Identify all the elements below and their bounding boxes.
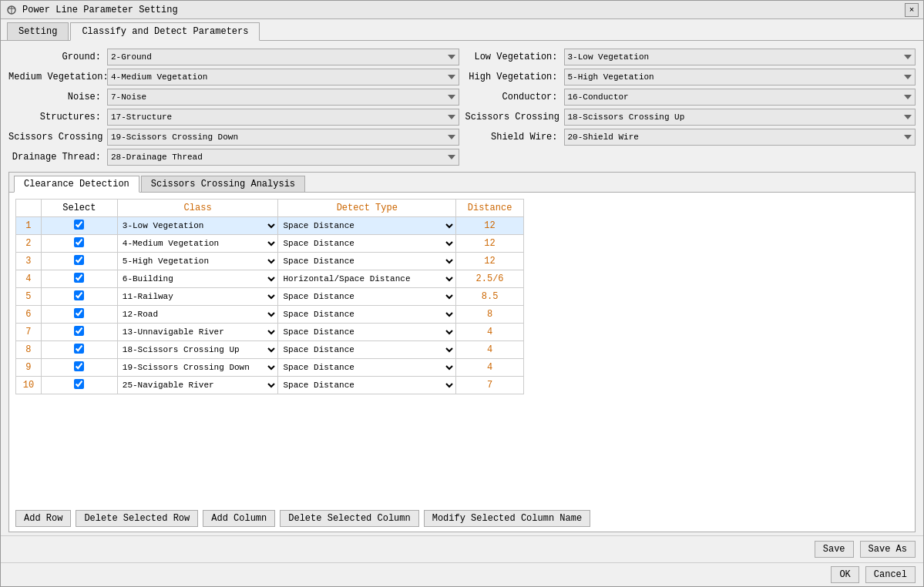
row-detect-cell[interactable]: Space Distance (278, 359, 456, 377)
row-class-cell[interactable]: 3-Low Vegetation (117, 217, 278, 235)
tab-classify[interactable]: Classify and Detect Parameters (70, 22, 260, 41)
tab-clearance[interactable]: Clearance Detection (14, 176, 139, 193)
save-button[interactable]: Save (815, 541, 854, 558)
row-class-select[interactable]: 5-High Vegetation (118, 253, 278, 270)
row-class-select[interactable]: 19-Scissors Crossing Down (118, 359, 278, 376)
row-detect-select[interactable]: Space Distance (278, 324, 455, 340)
row-checkbox[interactable] (74, 273, 84, 283)
row-num: 10 (16, 377, 42, 394)
select-drainage[interactable]: 28-Drainage Thread (107, 149, 459, 166)
params-grid: Ground: 2-Ground Low Vegetation: 3-Low V… (8, 49, 916, 166)
delete-col-button[interactable]: Delete Selected Column (280, 510, 418, 527)
row-checkbox[interactable] (74, 326, 84, 336)
row-class-cell[interactable]: 12-Road (117, 306, 278, 324)
row-class-cell[interactable]: 11-Railway (117, 288, 278, 306)
row-class-cell[interactable]: 25-Navigable River (117, 377, 278, 394)
select-scissors-down[interactable]: 19-Scissors Crossing Down (107, 129, 459, 146)
row-class-select[interactable]: 18-Scissors Crossing Up (118, 341, 278, 358)
close-button[interactable]: × (905, 3, 919, 17)
row-class-cell[interactable]: 13-Unnavigable River (117, 324, 278, 341)
row-class-cell[interactable]: 6-Building (117, 270, 278, 288)
row-checkbox[interactable] (74, 308, 84, 318)
row-detect-select[interactable]: Space Distance (278, 359, 455, 376)
row-class-cell[interactable]: 5-High Vegetation (117, 253, 278, 270)
add-col-button[interactable]: Add Column (203, 510, 275, 527)
row-class-select[interactable]: 6-Building (118, 270, 278, 287)
modify-col-button[interactable]: Modify Selected Column Name (424, 510, 590, 527)
row-class-select[interactable]: 11-Railway (118, 288, 278, 305)
row-class-select[interactable]: 4-Medium Vegetation (118, 235, 278, 252)
row-checkbox-cell[interactable] (41, 359, 117, 377)
row-distance-cell: 4 (456, 341, 524, 359)
row-checkbox-cell[interactable] (41, 253, 117, 270)
select-scissors-up[interactable]: 18-Scissors Crossing Up (564, 109, 916, 126)
row-detect-cell[interactable]: Space Distance (278, 341, 456, 359)
row-detect-select[interactable]: Space Distance (278, 288, 455, 305)
row-detect-cell[interactable]: Space Distance (278, 235, 456, 253)
label-noise: Noise: (8, 92, 101, 102)
row-checkbox-cell[interactable] (41, 306, 117, 324)
row-detect-select[interactable]: Space Distance (278, 235, 455, 252)
cancel-button[interactable]: Cancel (865, 566, 916, 583)
row-checkbox[interactable] (74, 361, 84, 371)
row-distance-cell: 4 (456, 324, 524, 341)
row-class-select[interactable]: 25-Navigable River (118, 377, 278, 394)
app-icon (5, 4, 18, 16)
row-detect-cell[interactable]: Horizontal/Space Distance (278, 270, 456, 288)
select-low-veg[interactable]: 3-Low Vegetation (564, 49, 916, 65)
row-detect-select[interactable]: Space Distance (278, 306, 455, 323)
row-class-cell[interactable]: 19-Scissors Crossing Down (117, 359, 278, 377)
row-checkbox[interactable] (74, 237, 84, 247)
label-high-veg: High Vegetation: (465, 72, 558, 82)
row-distance-cell: 12 (456, 235, 524, 253)
row-checkbox-cell[interactable] (41, 324, 117, 341)
row-class-cell[interactable]: 18-Scissors Crossing Up (117, 341, 278, 359)
row-checkbox-cell[interactable] (41, 270, 117, 288)
add-row-button[interactable]: Add Row (15, 510, 71, 527)
row-checkbox[interactable] (74, 290, 84, 300)
select-structures[interactable]: 17-Structure (107, 109, 459, 126)
row-class-select[interactable]: 13-Unnavigable River (118, 324, 278, 340)
row-checkbox-cell[interactable] (41, 288, 117, 306)
row-detect-select[interactable]: Space Distance (278, 341, 455, 358)
tab-setting[interactable]: Setting (7, 22, 69, 40)
row-detect-cell[interactable]: Space Distance (278, 377, 456, 394)
row-detect-cell[interactable]: Space Distance (278, 217, 456, 235)
select-noise[interactable]: 7-Noise (107, 89, 459, 106)
delete-row-button[interactable]: Delete Selected Row (76, 510, 198, 527)
row-detect-cell[interactable]: Space Distance (278, 324, 456, 341)
row-checkbox-cell[interactable] (41, 235, 117, 253)
row-checkbox-cell[interactable] (41, 217, 117, 235)
row-distance-cell: 8 (456, 306, 524, 324)
select-med-veg[interactable]: 4-Medium Vegetation (107, 69, 459, 86)
row-num: 2 (16, 235, 42, 253)
row-detect-select[interactable]: Horizontal/Space Distance (278, 270, 455, 287)
row-class-cell[interactable]: 4-Medium Vegetation (117, 235, 278, 253)
row-detect-select[interactable]: Space Distance (278, 253, 455, 270)
select-high-veg[interactable]: 5-High Vegetation (564, 69, 916, 86)
button-row: Add Row Delete Selected Row Add Column D… (9, 505, 915, 532)
select-shield-wire[interactable]: 20-Shield Wire (564, 129, 916, 146)
label-scissors-up: Scissors Crossing Up: (465, 112, 558, 122)
row-detect-cell[interactable]: Space Distance (278, 253, 456, 270)
row-detect-cell[interactable]: Space Distance (278, 306, 456, 324)
ok-button[interactable]: OK (831, 566, 858, 583)
row-checkbox-cell[interactable] (41, 377, 117, 394)
row-checkbox[interactable] (74, 255, 84, 265)
row-detect-select[interactable]: Space Distance (278, 217, 455, 234)
row-detect-cell[interactable]: Space Distance (278, 288, 456, 306)
row-checkbox[interactable] (74, 379, 84, 389)
row-checkbox-cell[interactable] (41, 341, 117, 359)
save-as-button[interactable]: Save As (860, 541, 916, 558)
row-detect-select[interactable]: Space Distance (278, 377, 455, 394)
row-num: 9 (16, 359, 42, 377)
select-ground[interactable]: 2-Ground (107, 49, 459, 65)
row-class-select[interactable]: 12-Road (118, 306, 278, 323)
select-conductor[interactable]: 16-Conductor (564, 89, 916, 106)
row-checkbox[interactable] (74, 344, 84, 354)
tab-scissors[interactable]: Scissors Crossing Analysis (141, 176, 305, 192)
row-num: 8 (16, 341, 42, 359)
row-num: 3 (16, 253, 42, 270)
row-class-select[interactable]: 3-Low Vegetation (118, 217, 278, 234)
row-checkbox[interactable] (74, 220, 84, 230)
